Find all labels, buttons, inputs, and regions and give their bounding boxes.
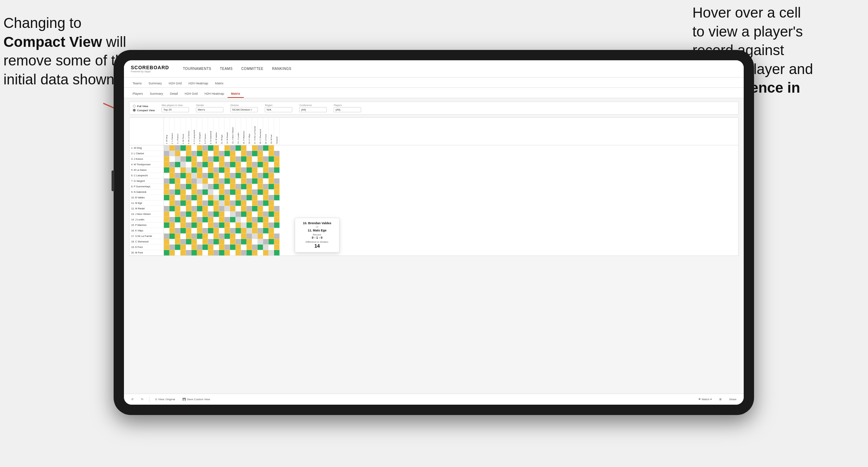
matrix-cell[interactable] (258, 151, 263, 156)
matrix-cell[interactable] (186, 167, 191, 173)
matrix-cell[interactable] (169, 156, 175, 162)
tab-players[interactable]: Players (129, 90, 146, 98)
matrix-cell[interactable] (202, 234, 208, 239)
view-original-button[interactable]: ⊙ View: Original (153, 397, 177, 402)
matrix-cell[interactable] (197, 189, 202, 195)
matrix-cell[interactable] (258, 145, 263, 151)
matrix-cell[interactable] (263, 145, 269, 151)
matrix-cell[interactable] (236, 178, 241, 184)
matrix-cell[interactable] (197, 173, 202, 178)
matrix-cell[interactable] (230, 167, 236, 173)
matrix-cell[interactable] (175, 189, 180, 195)
matrix-cell[interactable] (263, 162, 269, 167)
matrix-cell[interactable] (186, 250, 191, 256)
matrix-cell[interactable] (252, 167, 258, 173)
matrix-cell[interactable] (258, 189, 263, 195)
matrix-cell[interactable] (186, 173, 191, 178)
nav-committee[interactable]: COMMITTEE (241, 67, 264, 71)
matrix-cell[interactable] (274, 239, 280, 245)
matrix-cell[interactable] (269, 145, 274, 151)
matrix-cell[interactable] (213, 178, 219, 184)
matrix-cell[interactable] (191, 156, 197, 162)
matrix-cell[interactable] (252, 173, 258, 178)
matrix-cell[interactable] (219, 228, 224, 234)
matrix-cell[interactable] (224, 234, 230, 239)
matrix-cell[interactable] (213, 184, 219, 189)
matrix-cell[interactable] (180, 151, 186, 156)
matrix-cell[interactable] (164, 217, 169, 222)
matrix-cell[interactable] (241, 217, 247, 222)
matrix-cell[interactable] (236, 162, 241, 167)
matrix-cell[interactable] (274, 184, 280, 189)
full-view-option[interactable]: Full View (133, 105, 155, 108)
matrix-cell[interactable] (230, 211, 236, 217)
matrix-cell[interactable] (208, 195, 213, 200)
matrix-cell[interactable] (197, 184, 202, 189)
tab-h2h-grid-inner[interactable]: H2H Grid (181, 90, 201, 98)
matrix-cell[interactable] (197, 211, 202, 217)
matrix-cell[interactable] (175, 211, 180, 217)
matrix-cell[interactable] (202, 167, 208, 173)
matrix-cell[interactable] (258, 250, 263, 256)
matrix-cell[interactable] (236, 228, 241, 234)
matrix-cell[interactable] (197, 167, 202, 173)
matrix-cell[interactable] (180, 239, 186, 245)
matrix-cell[interactable] (191, 245, 197, 250)
matrix-cell[interactable] (230, 222, 236, 228)
matrix-cell[interactable] (208, 200, 213, 206)
matrix-cell[interactable] (197, 245, 202, 250)
matrix-cell[interactable] (208, 145, 213, 151)
matrix-cell[interactable] (247, 228, 252, 234)
matrix-cell[interactable] (213, 151, 219, 156)
matrix-cell[interactable] (258, 245, 263, 250)
matrix-cell[interactable] (263, 184, 269, 189)
matrix-cell[interactable] (230, 162, 236, 167)
matrix-cell[interactable] (164, 200, 169, 206)
matrix-cell[interactable] (202, 156, 208, 162)
matrix-cell[interactable] (263, 222, 269, 228)
compact-view-option[interactable]: Compact View (133, 109, 155, 112)
matrix-cell[interactable] (274, 195, 280, 200)
matrix-cell[interactable] (208, 151, 213, 156)
matrix-cell[interactable] (263, 195, 269, 200)
matrix-cell[interactable] (274, 200, 280, 206)
matrix-cell[interactable] (224, 151, 230, 156)
matrix-cell[interactable] (191, 151, 197, 156)
matrix-cell[interactable] (247, 245, 252, 250)
matrix-cell[interactable] (202, 145, 208, 151)
matrix-cell[interactable] (213, 173, 219, 178)
matrix-cell[interactable] (258, 239, 263, 245)
matrix-cell[interactable] (224, 184, 230, 189)
tab-matrix[interactable]: Matrix (212, 80, 227, 87)
matrix-cell[interactable] (169, 245, 175, 250)
matrix-cell[interactable] (252, 222, 258, 228)
matrix-cell[interactable] (230, 156, 236, 162)
nav-teams[interactable]: TEAMS (220, 67, 233, 71)
matrix-cell[interactable] (191, 178, 197, 184)
matrix-cell[interactable] (219, 250, 224, 256)
matrix-cell[interactable] (213, 234, 219, 239)
matrix-cell[interactable] (230, 145, 236, 151)
matrix-cell[interactable] (241, 156, 247, 162)
matrix-cell[interactable] (219, 151, 224, 156)
matrix-cell[interactable] (236, 250, 241, 256)
matrix-cell[interactable] (252, 228, 258, 234)
matrix-cell[interactable] (180, 206, 186, 211)
matrix-cell[interactable] (274, 173, 280, 178)
matrix-cell[interactable] (219, 184, 224, 189)
matrix-cell[interactable] (191, 234, 197, 239)
matrix-cell[interactable] (175, 245, 180, 250)
matrix-cell[interactable] (197, 151, 202, 156)
matrix-cell[interactable] (197, 222, 202, 228)
matrix-cell[interactable] (252, 234, 258, 239)
matrix-cell[interactable] (224, 162, 230, 167)
matrix-cell[interactable] (180, 217, 186, 222)
matrix-cell[interactable] (186, 239, 191, 245)
matrix-cell[interactable] (180, 245, 186, 250)
matrix-cell[interactable] (213, 250, 219, 256)
matrix-cell[interactable] (191, 211, 197, 217)
matrix-cell[interactable] (191, 250, 197, 256)
matrix-cell[interactable] (269, 178, 274, 184)
matrix-cell[interactable] (269, 184, 274, 189)
matrix-cell[interactable] (169, 200, 175, 206)
